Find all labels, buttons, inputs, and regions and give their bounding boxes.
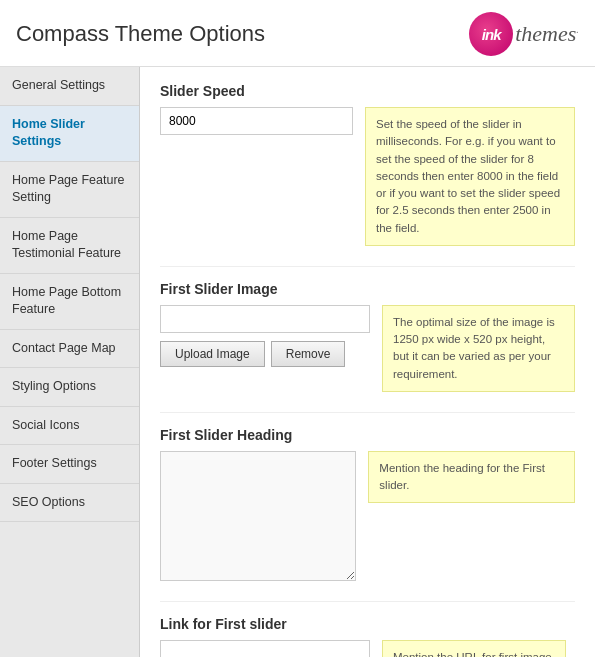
upload-image-button[interactable]: Upload Image [160,341,265,367]
slider-speed-section: Slider Speed Set the speed of the slider… [160,83,575,246]
divider-2 [160,412,575,413]
divider-1 [160,266,575,267]
link-first-slider-section: Link for First slider Mention the URL fo… [160,616,575,657]
sidebar-item-home-slider-settings[interactable]: Home Slider Settings [0,106,139,162]
main-content: Slider Speed Set the speed of the slider… [140,67,595,657]
main-layout: General Settings Home Slider Settings Ho… [0,67,595,657]
header: Compass Theme Options ink themes. [0,0,595,67]
first-slider-image-section: First Slider Image Upload Image Remove T… [160,281,575,392]
sidebar-item-styling-options[interactable]: Styling Options [0,368,139,407]
slider-speed-label: Slider Speed [160,83,575,99]
logo-letter: ink [482,26,501,43]
first-slider-image-input[interactable] [160,305,370,333]
link-first-slider-hint: Mention the URL for first image. [382,640,566,657]
first-slider-heading-hint: Mention the heading for the First slider… [368,451,575,504]
sidebar-item-social-icons[interactable]: Social Icons [0,407,139,446]
first-slider-heading-textarea[interactable] [160,451,356,581]
first-slider-heading-section: First Slider Heading Mention the heading… [160,427,575,581]
first-slider-heading-label: First Slider Heading [160,427,575,443]
link-first-slider-row: Mention the URL for first image. [160,640,575,657]
sidebar-item-home-page-feature-setting[interactable]: Home Page Feature Setting [0,162,139,218]
sidebar-item-home-page-testimonial-feature[interactable]: Home Page Testimonial Feature [0,218,139,274]
divider-3 [160,601,575,602]
slider-speed-input[interactable] [160,107,353,135]
first-slider-heading-row: Mention the heading for the First slider… [160,451,575,581]
sidebar-item-contact-page-map[interactable]: Contact Page Map [0,330,139,369]
remove-image-button[interactable]: Remove [271,341,346,367]
logo-circle: ink [469,12,513,56]
sidebar-item-seo-options[interactable]: SEO Options [0,484,139,523]
logo-text: themes. [515,21,579,47]
sidebar-item-footer-settings[interactable]: Footer Settings [0,445,139,484]
slider-speed-row: Set the speed of the slider in milliseco… [160,107,575,246]
page-title: Compass Theme Options [16,21,265,47]
link-first-slider-label: Link for First slider [160,616,575,632]
link-first-slider-input[interactable] [160,640,370,657]
sidebar: General Settings Home Slider Settings Ho… [0,67,140,657]
sidebar-item-general-settings[interactable]: General Settings [0,67,139,106]
logo: ink themes. [469,12,579,56]
slider-speed-hint: Set the speed of the slider in milliseco… [365,107,575,246]
first-slider-image-label: First Slider Image [160,281,575,297]
sidebar-item-home-page-bottom-feature[interactable]: Home Page Bottom Feature [0,274,139,330]
first-slider-image-row: Upload Image Remove The optimal size of … [160,305,575,392]
first-slider-image-hint: The optimal size of the image is 1250 px… [382,305,575,392]
image-input-wrapper: Upload Image Remove [160,305,370,367]
image-btn-group: Upload Image Remove [160,341,370,367]
